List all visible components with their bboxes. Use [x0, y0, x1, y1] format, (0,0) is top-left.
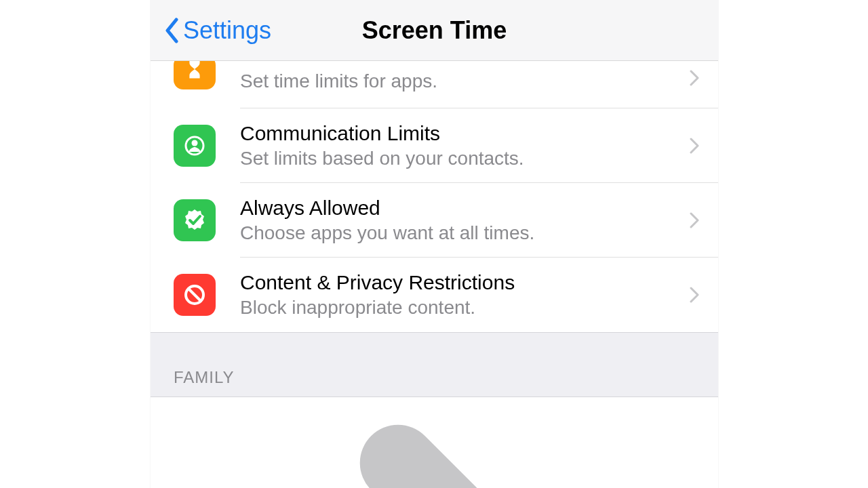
- section-header-family: FAMILY: [151, 332, 718, 397]
- chevron-right-icon: [690, 138, 699, 154]
- back-label: Settings: [183, 16, 271, 45]
- chevron-right-icon: [690, 212, 699, 228]
- svg-point-1: [192, 140, 198, 146]
- settings-group: App Limits Set time limits for apps. Com…: [151, 61, 718, 332]
- badge-check-icon: [174, 199, 216, 241]
- row-family-member[interactable]: Adam Marshall: [151, 397, 718, 488]
- row-title: Always Allowed: [240, 197, 690, 220]
- row-subtitle: Set time limits for apps.: [240, 70, 690, 92]
- no-entry-icon: [174, 274, 216, 316]
- contact-icon: [174, 125, 216, 167]
- hourglass-icon: [174, 61, 216, 89]
- row-title: Communication Limits: [240, 122, 690, 145]
- row-content-privacy[interactable]: Content & Privacy Restrictions Block ina…: [151, 258, 718, 332]
- chevron-right-icon: [690, 70, 699, 86]
- row-title: Content & Privacy Restrictions: [240, 271, 690, 294]
- row-communication-limits[interactable]: Communication Limits Set limits based on…: [151, 108, 718, 183]
- settings-screen: Settings Screen Time App Limits Set time…: [151, 0, 718, 488]
- back-button[interactable]: Settings: [151, 16, 271, 45]
- nav-bar: Settings Screen Time: [151, 0, 718, 61]
- row-app-limits[interactable]: App Limits Set time limits for apps.: [151, 61, 718, 108]
- svg-line-3: [189, 289, 201, 301]
- row-always-allowed[interactable]: Always Allowed Choose apps you want at a…: [151, 183, 718, 258]
- content-scroll[interactable]: App Limits Set time limits for apps. Com…: [151, 61, 718, 488]
- row-subtitle: Choose apps you want at all times.: [240, 222, 690, 244]
- row-subtitle: Block inappropriate content.: [240, 297, 690, 319]
- section-header-label: FAMILY: [174, 368, 718, 387]
- row-subtitle: Set limits based on your contacts.: [240, 148, 690, 169]
- chevron-right-icon: [690, 287, 699, 303]
- chevron-left-icon: [164, 18, 179, 43]
- chevron-right-icon: [347, 412, 703, 488]
